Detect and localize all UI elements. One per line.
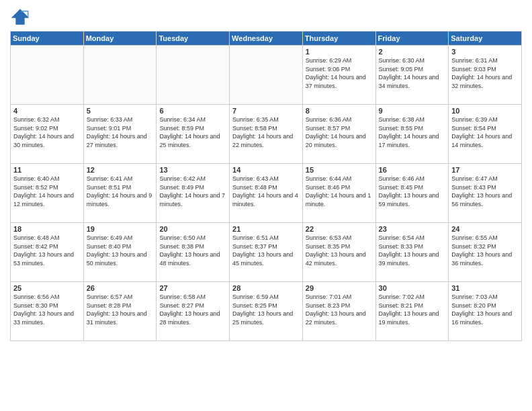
- day-cell: 25Sunrise: 6:56 AMSunset: 8:30 PMDayligh…: [11, 282, 84, 341]
- day-number: 10: [451, 107, 519, 115]
- day-cell: 12Sunrise: 6:41 AMSunset: 8:51 PMDayligh…: [83, 164, 157, 223]
- day-info: Sunrise: 6:49 AMSunset: 8:40 PMDaylight:…: [87, 234, 154, 267]
- day-cell: 7Sunrise: 6:35 AMSunset: 8:58 PMDaylight…: [230, 105, 303, 164]
- day-cell: 1Sunrise: 6:29 AMSunset: 9:06 PMDaylight…: [302, 46, 375, 105]
- day-number: 31: [451, 284, 519, 292]
- col-wednesday: Wednesday: [230, 32, 303, 46]
- day-cell: 14Sunrise: 6:43 AMSunset: 8:48 PMDayligh…: [230, 164, 303, 223]
- day-cell: 16Sunrise: 6:46 AMSunset: 8:45 PMDayligh…: [375, 164, 449, 223]
- day-info: Sunrise: 6:56 AMSunset: 8:30 PMDaylight:…: [13, 293, 81, 326]
- col-monday: Monday: [83, 32, 157, 46]
- day-number: 6: [159, 107, 226, 115]
- day-number: 22: [306, 225, 373, 233]
- day-number: 30: [379, 284, 446, 292]
- day-number: 9: [379, 107, 446, 115]
- day-info: Sunrise: 6:34 AMSunset: 8:59 PMDaylight:…: [159, 116, 226, 149]
- day-cell: 2Sunrise: 6:30 AMSunset: 9:05 PMDaylight…: [375, 46, 449, 105]
- day-number: 23: [379, 225, 446, 233]
- day-number: 26: [87, 284, 154, 292]
- week-row-4: 18Sunrise: 6:48 AMSunset: 8:42 PMDayligh…: [11, 223, 522, 282]
- day-number: 5: [87, 107, 154, 115]
- col-friday: Friday: [375, 32, 449, 46]
- day-cell: 10Sunrise: 6:39 AMSunset: 8:54 PMDayligh…: [449, 105, 522, 164]
- day-number: 18: [13, 225, 81, 233]
- day-cell: 11Sunrise: 6:40 AMSunset: 8:52 PMDayligh…: [11, 164, 84, 223]
- day-cell: 8Sunrise: 6:36 AMSunset: 8:57 PMDaylight…: [302, 105, 375, 164]
- day-cell: 5Sunrise: 6:33 AMSunset: 9:01 PMDaylight…: [83, 105, 157, 164]
- day-cell: 22Sunrise: 6:53 AMSunset: 8:35 PMDayligh…: [302, 223, 375, 282]
- day-info: Sunrise: 6:44 AMSunset: 8:46 PMDaylight:…: [306, 175, 373, 208]
- day-number: 24: [451, 225, 519, 233]
- day-info: Sunrise: 7:01 AMSunset: 8:23 PMDaylight:…: [306, 293, 373, 326]
- day-info: Sunrise: 6:36 AMSunset: 8:57 PMDaylight:…: [306, 116, 373, 149]
- week-row-2: 4Sunrise: 6:32 AMSunset: 9:02 PMDaylight…: [11, 105, 522, 164]
- day-cell: 27Sunrise: 6:58 AMSunset: 8:27 PMDayligh…: [157, 282, 230, 341]
- day-info: Sunrise: 6:51 AMSunset: 8:37 PMDaylight:…: [232, 234, 300, 267]
- day-number: 17: [451, 166, 519, 174]
- week-row-1: 1Sunrise: 6:29 AMSunset: 9:06 PMDaylight…: [11, 46, 522, 105]
- day-number: 15: [306, 166, 373, 174]
- day-info: Sunrise: 6:48 AMSunset: 8:42 PMDaylight:…: [13, 234, 81, 267]
- day-number: 2: [379, 48, 446, 56]
- day-cell: [230, 46, 303, 105]
- col-saturday: Saturday: [449, 32, 522, 46]
- day-info: Sunrise: 6:57 AMSunset: 8:28 PMDaylight:…: [87, 293, 154, 326]
- day-info: Sunrise: 6:31 AMSunset: 9:03 PMDaylight:…: [451, 56, 519, 90]
- day-number: 14: [232, 166, 300, 174]
- day-info: Sunrise: 6:40 AMSunset: 8:52 PMDaylight:…: [13, 175, 81, 208]
- day-cell: [83, 46, 157, 105]
- day-number: 8: [306, 107, 373, 115]
- day-info: Sunrise: 6:42 AMSunset: 8:49 PMDaylight:…: [159, 175, 226, 208]
- week-row-3: 11Sunrise: 6:40 AMSunset: 8:52 PMDayligh…: [11, 164, 522, 223]
- col-sunday: Sunday: [11, 32, 84, 46]
- day-info: Sunrise: 6:59 AMSunset: 8:25 PMDaylight:…: [232, 293, 300, 326]
- day-cell: 26Sunrise: 6:57 AMSunset: 8:28 PMDayligh…: [83, 282, 157, 341]
- day-number: 19: [87, 225, 154, 233]
- day-cell: 19Sunrise: 6:49 AMSunset: 8:40 PMDayligh…: [83, 223, 157, 282]
- day-cell: 20Sunrise: 6:50 AMSunset: 8:38 PMDayligh…: [157, 223, 230, 282]
- day-cell: 13Sunrise: 6:42 AMSunset: 8:49 PMDayligh…: [157, 164, 230, 223]
- day-info: Sunrise: 6:29 AMSunset: 9:06 PMDaylight:…: [306, 56, 373, 90]
- day-info: Sunrise: 6:32 AMSunset: 9:02 PMDaylight:…: [13, 116, 81, 149]
- day-number: 13: [159, 166, 226, 174]
- header-row: Sunday Monday Tuesday Wednesday Thursday…: [11, 32, 522, 46]
- day-number: 27: [159, 284, 226, 292]
- day-cell: 28Sunrise: 6:59 AMSunset: 8:25 PMDayligh…: [230, 282, 303, 341]
- page: Sunday Monday Tuesday Wednesday Thursday…: [0, 0, 532, 411]
- day-info: Sunrise: 6:46 AMSunset: 8:45 PMDaylight:…: [379, 175, 446, 208]
- day-cell: 29Sunrise: 7:01 AMSunset: 8:23 PMDayligh…: [302, 282, 375, 341]
- day-info: Sunrise: 6:39 AMSunset: 8:54 PMDaylight:…: [451, 116, 519, 149]
- day-number: 7: [232, 107, 300, 115]
- day-cell: 3Sunrise: 6:31 AMSunset: 9:03 PMDaylight…: [449, 46, 522, 105]
- col-tuesday: Tuesday: [157, 32, 230, 46]
- day-cell: 4Sunrise: 6:32 AMSunset: 9:02 PMDaylight…: [11, 105, 84, 164]
- day-cell: 6Sunrise: 6:34 AMSunset: 8:59 PMDaylight…: [157, 105, 230, 164]
- day-info: Sunrise: 6:54 AMSunset: 8:33 PMDaylight:…: [379, 234, 446, 267]
- day-number: 11: [13, 166, 81, 174]
- day-cell: [11, 46, 84, 105]
- week-row-5: 25Sunrise: 6:56 AMSunset: 8:30 PMDayligh…: [11, 282, 522, 341]
- day-cell: 21Sunrise: 6:51 AMSunset: 8:37 PMDayligh…: [230, 223, 303, 282]
- day-info: Sunrise: 6:41 AMSunset: 8:51 PMDaylight:…: [87, 175, 154, 208]
- day-number: 21: [232, 225, 300, 233]
- day-cell: [157, 46, 230, 105]
- day-number: 29: [306, 284, 373, 292]
- day-number: 4: [13, 107, 81, 115]
- col-thursday: Thursday: [302, 32, 375, 46]
- day-cell: 18Sunrise: 6:48 AMSunset: 8:42 PMDayligh…: [11, 223, 84, 282]
- logo-icon: [10, 7, 30, 27]
- day-number: 12: [87, 166, 154, 174]
- day-number: 28: [232, 284, 300, 292]
- day-number: 3: [451, 48, 519, 56]
- day-info: Sunrise: 7:02 AMSunset: 8:21 PMDaylight:…: [379, 293, 446, 326]
- logo: [10, 7, 33, 27]
- day-info: Sunrise: 6:30 AMSunset: 9:05 PMDaylight:…: [379, 56, 446, 90]
- day-info: Sunrise: 6:55 AMSunset: 8:32 PMDaylight:…: [451, 234, 519, 267]
- day-cell: 9Sunrise: 6:38 AMSunset: 8:55 PMDaylight…: [375, 105, 449, 164]
- day-cell: 24Sunrise: 6:55 AMSunset: 8:32 PMDayligh…: [449, 223, 522, 282]
- day-cell: 17Sunrise: 6:47 AMSunset: 8:43 PMDayligh…: [449, 164, 522, 223]
- header: [10, 7, 522, 27]
- day-number: 16: [379, 166, 446, 174]
- day-info: Sunrise: 6:47 AMSunset: 8:43 PMDaylight:…: [451, 175, 519, 208]
- day-number: 25: [13, 284, 81, 292]
